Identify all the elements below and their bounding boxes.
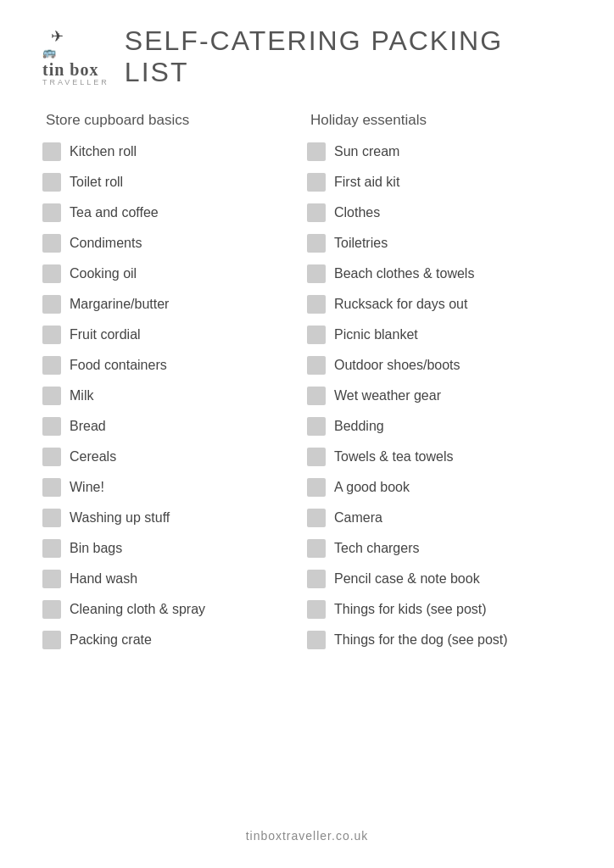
item-label: Bin bags — [70, 541, 122, 556]
list-item: Condiments — [42, 231, 307, 256]
list-item: Rucksack for days out — [307, 292, 572, 317]
item-label: Outdoor shoes/boots — [334, 358, 460, 373]
checkbox[interactable] — [307, 142, 326, 161]
checkbox[interactable] — [307, 264, 326, 283]
checkbox[interactable] — [307, 234, 326, 253]
checkbox[interactable] — [42, 570, 61, 588]
list-item: Washing up stuff — [42, 505, 307, 531]
list-item: Toilet roll — [42, 170, 307, 195]
page: ✈ 🚌 tin box TRAVELLER SELF-CATERING PACK… — [0, 0, 614, 868]
checkbox[interactable] — [307, 326, 326, 344]
item-label: Towels & tea towels — [334, 449, 454, 465]
list-item: Things for the dog (see post) — [307, 627, 572, 653]
checkbox[interactable] — [42, 600, 61, 619]
item-label: Food containers — [70, 358, 167, 373]
content: Store cupboard basics Kitchen rollToilet… — [42, 112, 572, 814]
checkbox[interactable] — [307, 173, 326, 192]
checkbox[interactable] — [307, 631, 326, 649]
checkbox[interactable] — [42, 478, 61, 497]
checkbox[interactable] — [307, 600, 326, 619]
list-item: Toiletries — [307, 231, 572, 256]
item-label: Tech chargers — [334, 541, 420, 556]
list-item: Bedding — [307, 414, 572, 439]
checkbox[interactable] — [307, 295, 326, 314]
checkbox[interactable] — [42, 173, 61, 192]
column-right: Holiday essentials Sun creamFirst aid ki… — [307, 112, 572, 814]
logo-tinbox: tin box — [42, 61, 98, 78]
item-label: Tea and coffee — [70, 205, 159, 220]
column-header-left: Store cupboard basics — [42, 112, 307, 129]
checkbox[interactable] — [307, 356, 326, 375]
item-label: First aid kit — [334, 175, 399, 190]
item-label: A good book — [334, 480, 410, 495]
checkbox[interactable] — [307, 478, 326, 497]
list-item: Cooking oil — [42, 261, 307, 287]
checkbox[interactable] — [307, 570, 326, 588]
footer: tinboxtraveller.co.uk — [42, 814, 572, 843]
plane-icon: ✈ — [51, 27, 64, 46]
item-label: Hand wash — [70, 571, 137, 587]
checkbox[interactable] — [42, 356, 61, 375]
item-label: Toilet roll — [70, 175, 123, 190]
item-label: Wet weather gear — [334, 388, 441, 403]
list-item: Margarine/butter — [42, 292, 307, 317]
checkbox[interactable] — [42, 203, 61, 222]
checkbox[interactable] — [42, 295, 61, 314]
checkbox[interactable] — [307, 387, 326, 405]
item-label: Bedding — [334, 419, 384, 434]
list-item: Tea and coffee — [42, 200, 307, 225]
logo-block: ✈ 🚌 tin box TRAVELLER — [42, 27, 109, 86]
item-label: Camera — [334, 510, 382, 526]
list-item: Wet weather gear — [307, 383, 572, 409]
checkbox[interactable] — [307, 509, 326, 527]
checkbox[interactable] — [42, 509, 61, 527]
list-item: Milk — [42, 383, 307, 409]
checkbox[interactable] — [42, 448, 61, 466]
list-item: Beach clothes & towels — [307, 261, 572, 287]
item-label: Packing crate — [70, 632, 152, 648]
item-label: Bread — [70, 419, 106, 434]
list-item: Things for kids (see post) — [307, 597, 572, 622]
list-item: Camera — [307, 505, 572, 531]
checkbox[interactable] — [307, 539, 326, 558]
list-item: First aid kit — [307, 170, 572, 195]
column-left: Store cupboard basics Kitchen rollToilet… — [42, 112, 307, 814]
list-item: Sun cream — [307, 139, 572, 164]
item-label: Margarine/butter — [70, 297, 169, 312]
checkbox[interactable] — [307, 417, 326, 436]
item-label: Things for kids (see post) — [334, 602, 487, 617]
logo-icon: ✈ 🚌 — [42, 27, 64, 59]
checkbox[interactable] — [42, 387, 61, 405]
list-item: Cleaning cloth & spray — [42, 597, 307, 622]
list-item: Kitchen roll — [42, 139, 307, 164]
item-label: Washing up stuff — [70, 510, 170, 526]
item-label: Milk — [70, 388, 93, 403]
list-item: Bin bags — [42, 536, 307, 561]
left-items-container: Kitchen rollToilet rollTea and coffeeCon… — [42, 139, 307, 658]
item-label: Kitchen roll — [70, 144, 137, 159]
item-label: Toiletries — [334, 236, 388, 251]
checkbox[interactable] — [42, 631, 61, 649]
page-title: SELF-CATERING PACKING LIST — [125, 25, 572, 88]
item-label: Clothes — [334, 205, 380, 220]
list-item: Tech chargers — [307, 536, 572, 561]
checkbox[interactable] — [307, 448, 326, 466]
header: ✈ 🚌 tin box TRAVELLER SELF-CATERING PACK… — [42, 25, 572, 88]
checkbox[interactable] — [42, 234, 61, 253]
item-label: Cleaning cloth & spray — [70, 602, 205, 617]
checkbox[interactable] — [42, 539, 61, 558]
item-label: Cereals — [70, 449, 116, 465]
item-label: Picnic blanket — [334, 327, 418, 342]
checkbox[interactable] — [42, 417, 61, 436]
list-item: A good book — [307, 475, 572, 500]
footer-url: tinboxtraveller.co.uk — [246, 829, 369, 843]
list-item: Wine! — [42, 475, 307, 500]
checkbox[interactable] — [307, 203, 326, 222]
item-label: Sun cream — [334, 144, 399, 159]
checkbox[interactable] — [42, 142, 61, 161]
checkbox[interactable] — [42, 326, 61, 344]
list-item: Fruit cordial — [42, 322, 307, 348]
right-items-container: Sun creamFirst aid kitClothesToiletriesB… — [307, 139, 572, 658]
checkbox[interactable] — [42, 264, 61, 283]
list-item: Hand wash — [42, 566, 307, 592]
